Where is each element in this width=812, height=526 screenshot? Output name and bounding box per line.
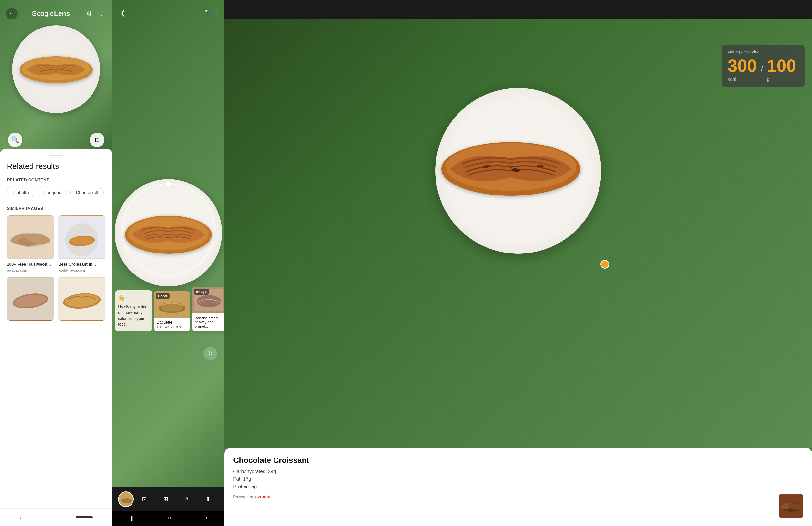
- nutrients-list: Carbohydrates: 34g Fat: 17g Protein: 5g: [233, 469, 803, 490]
- panel2-header: ❮ 🔦 ⋮: [112, 0, 224, 18]
- back-button[interactable]: ‹: [205, 515, 207, 521]
- nav-back-button[interactable]: ‹: [19, 514, 22, 521]
- similar-item-3[interactable]: [7, 277, 54, 323]
- food-card-calories: 150.0kcal / 1 slice (...: [157, 325, 187, 329]
- flashlight-icon[interactable]: 🔦: [205, 10, 211, 16]
- header-actions: 🖼 ⋮: [84, 9, 106, 18]
- similar-item-4[interactable]: [58, 277, 105, 323]
- bixby-text: Use Bixby to find out how many calories …: [118, 304, 149, 327]
- home-button[interactable]: ○: [168, 515, 171, 521]
- system-navigation: ||| ○ ‹: [112, 511, 224, 526]
- protein-value: Protein: 5g: [233, 484, 803, 490]
- gallery-icon[interactable]: 🖼: [84, 9, 94, 18]
- nutrition-pointer-dot: [600, 260, 609, 269]
- nutrition-photo-view: Value per serving 300 kcal / 100 g: [224, 0, 812, 448]
- image-suggestion-card[interactable]: Image Banana bread healthy par prunel...: [192, 287, 224, 331]
- chip-cougnou[interactable]: Cougnou: [38, 187, 67, 198]
- related-chips: Ciabatta Cougnou Cheese roll: [7, 187, 105, 198]
- refresh-button[interactable]: ↻: [203, 347, 217, 361]
- powered-by-label: Powered by: [233, 495, 254, 499]
- image-badge: Image: [194, 289, 209, 295]
- scan-tool-button[interactable]: ⊡: [137, 492, 151, 506]
- panel2-back-button[interactable]: ❮: [117, 7, 129, 18]
- nav-pill[interactable]: [76, 516, 93, 519]
- chip-cheese-roll[interactable]: Cheese roll: [70, 187, 104, 198]
- app-title: Google Lens: [31, 10, 70, 17]
- panel-nutrition: Value per serving 300 kcal / 100 g Choco…: [224, 0, 812, 526]
- crop-overlay-button[interactable]: ⊡: [90, 133, 104, 147]
- image-card-image: Image: [192, 287, 224, 314]
- dark-top-bar: [224, 0, 812, 19]
- back-button[interactable]: ←: [6, 8, 17, 19]
- share-tool-button[interactable]: ⬆: [201, 492, 215, 506]
- lens-arrow: ↓: [167, 272, 170, 279]
- similar-item-2[interactable]: Best Croissant in... world-flavor.com: [58, 215, 105, 272]
- croissant-image: [17, 52, 95, 92]
- results-panel: Related results RELATED CONTENT Ciabatta…: [0, 149, 112, 509]
- panel2-toolbar: ⊡ ⊞ # ⬆: [134, 492, 219, 506]
- nutrition-values: 300 kcal / 100 g: [728, 57, 799, 82]
- food-badge: Food: [156, 293, 170, 299]
- similar-images-label: SIMILAR IMAGES: [7, 206, 105, 211]
- image-card-title: Banana bread healthy par prunel...: [195, 316, 223, 328]
- food-card-info: Baguette 150.0kcal / 1 slice (...: [154, 318, 190, 331]
- similar-item-1-source: pixabay.com: [7, 268, 54, 272]
- gram-unit: g: [767, 77, 796, 82]
- gram-value: 100: [767, 56, 796, 76]
- image-card-info: Banana bread healthy par prunel...: [192, 314, 224, 331]
- related-content-label: RELATED CONTENT: [7, 178, 105, 183]
- food-item-title: Chocolate Croissant: [233, 456, 803, 465]
- bixby-icon: 👋: [118, 294, 149, 302]
- nutrition-serving-label: Value per serving: [728, 50, 799, 55]
- lens-handle[interactable]: [166, 182, 171, 186]
- similar-images-grid: 100+ Free Half Moon... pixabay.com Best …: [7, 215, 105, 323]
- croissant-large-image: [122, 210, 215, 259]
- bottom-navigation: ‹: [0, 509, 112, 526]
- more-options-icon[interactable]: ⋮: [214, 10, 220, 16]
- powered-by: Powered by azumio: [233, 494, 803, 499]
- kcal-value: 300: [728, 56, 757, 76]
- slash-separator: /: [761, 65, 763, 74]
- panel-google-lens: ← Google Lens 🖼 ⋮ 🔍 ⊡ Related results RE…: [0, 0, 112, 526]
- food-thumbnail: [779, 494, 803, 518]
- panel2-bottom-bar: ⊡ ⊞ # ⬆: [112, 487, 224, 511]
- photo-view: ← Google Lens 🖼 ⋮ 🔍 ⊡: [0, 0, 112, 156]
- panel-bixby: ❮ 🔦 ⋮ ↓ Croissant ↻ 👋: [112, 0, 224, 526]
- hashtag-tool-button[interactable]: #: [180, 492, 194, 506]
- similar-image-3: [7, 277, 54, 320]
- similar-item-1[interactable]: 100+ Free Half Moon... pixabay.com: [7, 215, 54, 272]
- fat-value: Fat: 17g: [233, 476, 803, 482]
- croissant-nutrition-image: [438, 135, 584, 203]
- search-overlay-button[interactable]: 🔍: [8, 133, 23, 147]
- similar-image-4: [58, 277, 105, 320]
- nutrition-info-card: Chocolate Croissant Carbohydrates: 34g F…: [224, 448, 812, 526]
- food-card-title: Baguette: [157, 320, 187, 325]
- food-card-image: Food: [154, 291, 190, 318]
- drag-handle[interactable]: [49, 154, 63, 156]
- carbohydrates-value: Carbohydrates: 34g: [233, 469, 803, 474]
- photo-thumbnail[interactable]: [118, 491, 134, 507]
- chip-ciabatta[interactable]: Ciabatta: [7, 187, 34, 198]
- kcal-unit: kcal: [728, 77, 757, 82]
- similar-image-2: [58, 215, 105, 259]
- food-suggestion-card[interactable]: Food Baguette 150.0kcal / 1 slice (...: [154, 291, 190, 331]
- similar-item-2-title: Best Croissant in...: [58, 262, 105, 267]
- more-options-icon[interactable]: ⋮: [97, 9, 106, 18]
- recent-apps-button[interactable]: |||: [129, 515, 133, 521]
- bixby-suggestion-card: 👋 Use Bixby to find out how many calorie…: [115, 290, 153, 331]
- app-header: ← Google Lens 🖼 ⋮: [0, 0, 112, 24]
- svg-point-26: [121, 498, 132, 504]
- results-title: Related results: [7, 162, 105, 171]
- brand-name: azumio: [256, 494, 271, 499]
- similar-image-1: [7, 215, 54, 259]
- similar-item-2-source: world-flavor.com: [58, 268, 105, 272]
- panel2-right-icons: 🔦 ⋮: [205, 10, 220, 16]
- nutrition-info-box: Value per serving 300 kcal / 100 g: [722, 45, 805, 87]
- nutrition-pointer-line: [483, 259, 601, 260]
- similar-item-1-title: 100+ Free Half Moon...: [7, 262, 54, 267]
- bixby-photo-view: ❮ 🔦 ⋮ ↓ Croissant ↻ 👋: [112, 0, 224, 487]
- translate-tool-button[interactable]: ⊞: [159, 492, 173, 506]
